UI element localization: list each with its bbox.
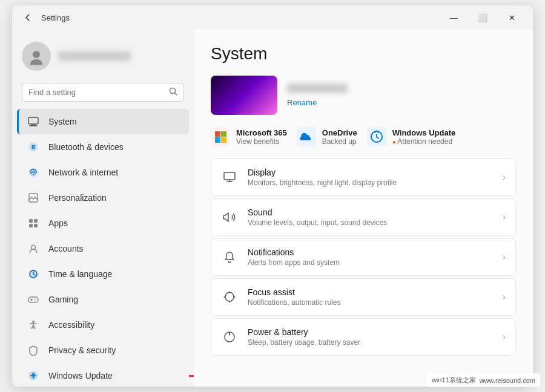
- search-icon: [169, 87, 177, 97]
- focus-icon: [221, 289, 238, 305]
- quick-link-m365[interactable]: Microsoft 365 View benefits: [211, 127, 287, 146]
- sidebar-item-privacy[interactable]: Privacy & security: [17, 338, 189, 363]
- m365-icon: [211, 127, 230, 146]
- svg-rect-12: [34, 219, 38, 223]
- notifications-title: Notifications: [248, 247, 493, 257]
- sound-sub: Volume levels, output, input, sound devi…: [248, 218, 493, 227]
- sidebar-item-accessibility[interactable]: Accessibility: [17, 312, 189, 338]
- sidebar-label-apps: Apps: [48, 218, 68, 228]
- svg-rect-13: [29, 224, 33, 227]
- quick-link-onedrive[interactable]: OneDrive Backed up: [297, 127, 357, 146]
- power-text: Power & battery Sleep, battery usage, ba…: [248, 327, 493, 347]
- m365-sub: View benefits: [236, 137, 287, 146]
- device-image: [211, 76, 277, 115]
- power-title: Power & battery: [248, 327, 493, 337]
- onedrive-title: OneDrive: [322, 128, 357, 137]
- sidebar-label-system: System: [48, 117, 77, 126]
- sidebar-item-system[interactable]: System: [17, 109, 189, 134]
- watermark: win11系统之家 www.reisound.com: [427, 373, 540, 387]
- settings-row-notifications[interactable]: Notifications Alerts from apps and syste…: [211, 238, 516, 276]
- sound-text: Sound Volume levels, output, input, soun…: [248, 207, 493, 227]
- sidebar-label-accessibility: Accessibility: [48, 320, 94, 330]
- rename-button[interactable]: Rename: [287, 98, 317, 107]
- sidebar-label-time: Time & language: [48, 269, 112, 279]
- device-info: Rename: [287, 83, 348, 108]
- svg-rect-4: [28, 117, 38, 124]
- settings-row-display[interactable]: Display Monitors, brightness, night ligh…: [211, 158, 516, 196]
- windows-update-wrapper: Windows Update: [12, 363, 194, 387]
- sidebar-item-network[interactable]: Network & internet: [17, 160, 189, 185]
- power-icon: [221, 328, 238, 345]
- nav-list: System Bluetooth & devices: [12, 109, 194, 387]
- watermark-text: win11系统之家: [432, 376, 476, 385]
- settings-row-focus[interactable]: Focus assist Notifications, automatic ru…: [211, 278, 516, 316]
- back-button[interactable]: [19, 9, 36, 26]
- sidebar-label-privacy: Privacy & security: [48, 345, 116, 355]
- winupdate-sub: ● Attention needed: [392, 137, 456, 146]
- minimize-button[interactable]: —: [440, 8, 467, 27]
- svg-rect-25: [215, 131, 220, 137]
- privacy-icon: [27, 344, 40, 357]
- m365-title: Microsoft 365: [236, 128, 287, 137]
- page-title: System: [211, 44, 516, 64]
- sound-chevron: ›: [503, 212, 506, 223]
- content-area: System Rename: [194, 30, 533, 387]
- onedrive-text: OneDrive Backed up: [322, 128, 357, 146]
- onedrive-icon: [297, 127, 316, 146]
- winupdate-title: Windows Update: [392, 128, 456, 137]
- network-icon: [27, 166, 40, 179]
- bluetooth-icon: [27, 140, 40, 154]
- window-controls: — ⬜ ✕: [440, 8, 526, 27]
- svg-point-1: [30, 59, 42, 65]
- arrow-line: [189, 375, 194, 377]
- svg-point-21: [35, 299, 36, 300]
- focus-sub: Notifications, automatic rules: [248, 298, 493, 307]
- device-card: Rename: [211, 76, 516, 115]
- onedrive-sub: Backed up: [322, 137, 357, 146]
- sidebar-item-time[interactable]: Time & language: [17, 261, 189, 287]
- display-title: Display: [248, 168, 493, 177]
- sidebar-item-apps[interactable]: Apps: [17, 211, 189, 236]
- svg-point-22: [34, 300, 35, 301]
- window-title: Settings: [41, 13, 440, 22]
- watermark-url: www.reisound.com: [480, 377, 535, 384]
- sidebar-item-accounts[interactable]: Accounts: [17, 236, 189, 261]
- power-sub: Sleep, battery usage, battery saver: [248, 338, 493, 347]
- sidebar: System Bluetooth & devices: [12, 30, 194, 387]
- settings-row-sound[interactable]: Sound Volume levels, output, input, soun…: [211, 198, 516, 236]
- avatar: [22, 42, 51, 71]
- system-icon: [27, 115, 40, 128]
- power-chevron: ›: [503, 332, 506, 342]
- display-chevron: ›: [503, 172, 506, 183]
- quick-link-winupdate[interactable]: Windows Update ● Attention needed: [367, 127, 456, 146]
- personalization-icon: [27, 191, 40, 204]
- quick-links: Microsoft 365 View benefits OneDrive Bac…: [211, 127, 516, 146]
- search-input[interactable]: [28, 88, 164, 97]
- sidebar-item-bluetooth[interactable]: Bluetooth & devices: [17, 134, 189, 160]
- maximize-button[interactable]: ⬜: [469, 8, 497, 27]
- user-profile: [12, 37, 194, 83]
- svg-point-23: [32, 321, 35, 323]
- settings-window: Settings — ⬜ ✕: [12, 5, 533, 387]
- sidebar-item-windows-update[interactable]: Windows Update: [17, 363, 189, 387]
- windows-update-icon: [27, 369, 40, 382]
- focus-chevron: ›: [503, 292, 506, 302]
- svg-rect-26: [221, 131, 226, 137]
- sidebar-item-personalization[interactable]: Personalization: [17, 185, 189, 211]
- sidebar-label-windows-update: Windows Update: [48, 371, 113, 381]
- accessibility-icon: [27, 318, 40, 332]
- svg-rect-11: [29, 219, 33, 223]
- svg-point-7: [29, 143, 38, 152]
- sidebar-label-personalization: Personalization: [48, 193, 107, 203]
- settings-row-power[interactable]: Power & battery Sleep, battery usage, ba…: [211, 318, 516, 356]
- main-layout: System Bluetooth & devices: [12, 30, 533, 387]
- sidebar-label-network: Network & internet: [48, 168, 118, 177]
- svg-point-9: [33, 174, 34, 175]
- focus-text: Focus assist Notifications, automatic ru…: [248, 287, 493, 307]
- sidebar-item-gaming[interactable]: Gaming: [17, 287, 189, 312]
- notifications-icon: [221, 249, 238, 266]
- search-box[interactable]: [22, 83, 184, 102]
- device-name: [287, 83, 348, 93]
- sound-title: Sound: [248, 207, 493, 217]
- close-button[interactable]: ✕: [498, 8, 526, 27]
